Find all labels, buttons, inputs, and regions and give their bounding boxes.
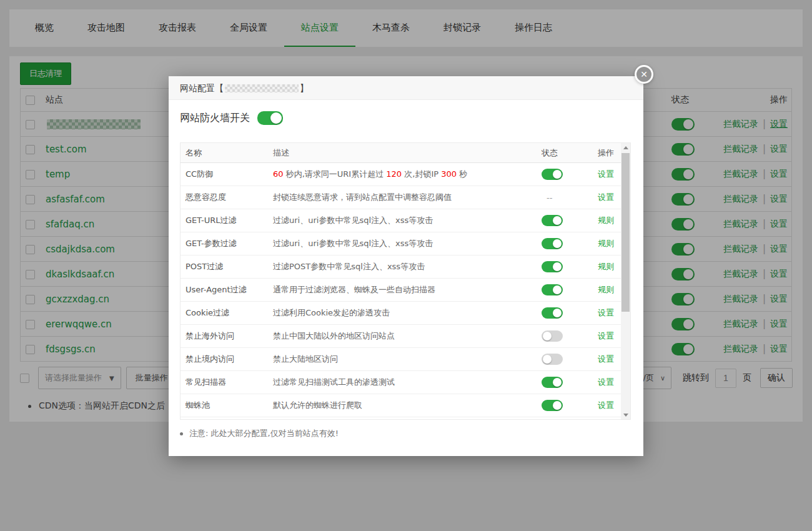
config-status: [542, 284, 580, 295]
desc-segment: 300: [441, 169, 457, 179]
config-desc: 过滤uri、uri参数中常见sql注入、xss等攻击: [273, 215, 542, 226]
config-row: User-Agent过滤通常用于过滤浏览器、蜘蛛及一些自动扫描器规则: [181, 279, 630, 302]
config-action-link[interactable]: 设置: [598, 169, 614, 179]
config-status: [542, 330, 580, 342]
firewall-toggle[interactable]: [257, 111, 283, 125]
close-icon[interactable]: ✕: [635, 65, 653, 84]
config-toggle[interactable]: [542, 261, 563, 272]
config-row: 蜘蛛池默认允许的蜘蛛进行爬取设置: [181, 394, 630, 417]
desc-segment: 秒内,请求同一URI累计超过: [284, 169, 387, 179]
config-name: Cookie过滤: [181, 307, 273, 319]
config-toggle[interactable]: [542, 400, 563, 411]
desc-column-header: 描述: [273, 147, 542, 159]
modal-title: 网站配置【】: [169, 76, 643, 100]
config-action-link[interactable]: 设置: [598, 308, 614, 317]
desc-segment: 封锁连续恶意请求，请到站点配置中调整容忍阈值: [273, 192, 452, 202]
modal-title-prefix: 网站配置【: [180, 83, 224, 93]
config-table: 名称 描述 状态 操作 CC防御60 秒内,请求同一URI累计超过 120 次,…: [180, 142, 631, 420]
config-toggle[interactable]: [542, 284, 563, 295]
config-row: GET-参数过滤过滤uri、uri参数中常见sql注入、xss等攻击规则: [181, 232, 630, 256]
config-name: GET-URL过滤: [181, 215, 273, 226]
status-column-header: 状态: [542, 147, 580, 159]
config-row: 常见扫描器过滤常见扫描测试工具的渗透测试设置: [181, 371, 630, 394]
scroll-down-icon[interactable]: [621, 410, 630, 419]
config-status: [542, 169, 580, 180]
config-name: User-Agent过滤: [181, 284, 273, 295]
config-name: 恶意容忍度: [181, 192, 273, 203]
config-desc: 禁止大陆地区访问: [273, 354, 542, 365]
modal-note: 注意: 此处大部分配置,仅对当前站点有效!: [180, 428, 339, 439]
config-name: POST过滤: [181, 261, 273, 272]
config-desc: 过滤uri、uri参数中常见sql注入、xss等攻击: [273, 238, 542, 249]
config-action-link[interactable]: 设置: [598, 354, 614, 364]
scrollbar-thumb[interactable]: [621, 153, 630, 312]
config-row: GET-URL过滤过滤uri、uri参数中常见sql注入、xss等攻击规则: [181, 209, 630, 232]
config-desc: 过滤POST参数中常见sql注入、xss等攻击: [273, 261, 542, 272]
scroll-up-icon[interactable]: [621, 143, 630, 152]
config-status: [542, 377, 580, 388]
config-status: --: [542, 193, 580, 202]
modal-title-suffix: 】: [300, 83, 309, 93]
config-toggle[interactable]: [542, 377, 563, 388]
bullet-icon: [180, 432, 183, 435]
config-toggle[interactable]: [542, 354, 563, 365]
config-desc: 通常用于过滤浏览器、蜘蛛及一些自动扫描器: [273, 284, 542, 295]
config-name: CC防御: [181, 169, 273, 180]
config-desc: 默认允许的蜘蛛进行爬取: [273, 400, 542, 411]
status-empty: --: [542, 193, 552, 202]
desc-segment: 过滤uri、uri参数中常见sql注入、xss等攻击: [273, 216, 433, 225]
config-desc: 禁止中国大陆以外的地区访问站点: [273, 330, 542, 342]
firewall-switch-row: 网站防火墙开关: [180, 111, 283, 125]
config-name: 常见扫描器: [181, 377, 273, 388]
desc-segment: 120: [386, 169, 402, 179]
config-action-link[interactable]: 设置: [598, 192, 614, 202]
config-name: GET-参数过滤: [181, 238, 273, 249]
config-action-link[interactable]: 规则: [598, 239, 614, 248]
redacted-site-name: [225, 84, 299, 92]
config-action-link[interactable]: 规则: [598, 262, 614, 271]
config-toggle[interactable]: [542, 169, 563, 180]
config-row: 禁止海外访问禁止中国大陆以外的地区访问站点设置: [181, 325, 630, 348]
desc-segment: 过滤常见扫描测试工具的渗透测试: [273, 377, 395, 387]
config-desc: 过滤常见扫描测试工具的渗透测试: [273, 377, 542, 388]
desc-segment: 默认允许的蜘蛛进行爬取: [273, 400, 362, 410]
config-name: 蜘蛛池: [181, 400, 273, 411]
modal-note-text: 注意: 此处大部分配置,仅对当前站点有效!: [189, 428, 339, 439]
config-status: [542, 261, 580, 272]
config-row: CC防御60 秒内,请求同一URI累计超过 120 次,封锁IP 300 秒设置: [181, 163, 630, 186]
config-status: [542, 400, 580, 411]
config-name: 禁止境内访问: [181, 354, 273, 365]
config-action-link[interactable]: 设置: [598, 377, 614, 387]
site-config-modal: ✕ 网站配置【】 网站防火墙开关 名称 描述 状态 操作 CC防御60 秒内,请…: [169, 76, 643, 456]
config-desc: 60 秒内,请求同一URI累计超过 120 次,封锁IP 300 秒: [273, 169, 542, 180]
desc-segment: 禁止中国大陆以外的地区访问站点: [273, 331, 395, 340]
config-action-link[interactable]: 设置: [598, 331, 614, 340]
desc-segment: 通常用于过滤浏览器、蜘蛛及一些自动扫描器: [273, 285, 435, 294]
config-name: 禁止海外访问: [181, 330, 273, 342]
config-row: 恶意容忍度封锁连续恶意请求，请到站点配置中调整容忍阈值--设置: [181, 186, 630, 209]
config-status: [542, 238, 580, 249]
desc-segment: 禁止大陆地区访问: [273, 354, 338, 364]
name-column-header: 名称: [181, 147, 273, 159]
config-toggle[interactable]: [542, 238, 563, 249]
config-row: POST过滤过滤POST参数中常见sql注入、xss等攻击规则: [181, 256, 630, 279]
desc-segment: 过滤POST参数中常见sql注入、xss等攻击: [273, 262, 425, 271]
config-desc: 封锁连续恶意请求，请到站点配置中调整容忍阈值: [273, 192, 542, 203]
config-action-link[interactable]: 规则: [598, 216, 614, 225]
desc-segment: 次,封锁IP: [402, 169, 441, 179]
config-action-link[interactable]: 设置: [598, 400, 614, 410]
firewall-switch-label: 网站防火墙开关: [180, 112, 250, 125]
config-status: [542, 215, 580, 226]
config-toggle[interactable]: [542, 307, 563, 319]
desc-segment: 60: [273, 169, 284, 179]
config-status: [542, 354, 580, 365]
scrollbar[interactable]: [621, 143, 630, 419]
config-row: 禁止境内访问禁止大陆地区访问设置: [181, 348, 630, 371]
desc-segment: 秒: [457, 169, 467, 179]
config-toggle[interactable]: [542, 330, 563, 342]
desc-segment: 过滤uri、uri参数中常见sql注入、xss等攻击: [273, 239, 433, 248]
config-row: Cookie过滤过滤利用Cookie发起的渗透攻击设置: [181, 302, 630, 325]
config-action-link[interactable]: 规则: [598, 285, 614, 294]
config-desc: 过滤利用Cookie发起的渗透攻击: [273, 307, 542, 319]
config-toggle[interactable]: [542, 215, 563, 226]
